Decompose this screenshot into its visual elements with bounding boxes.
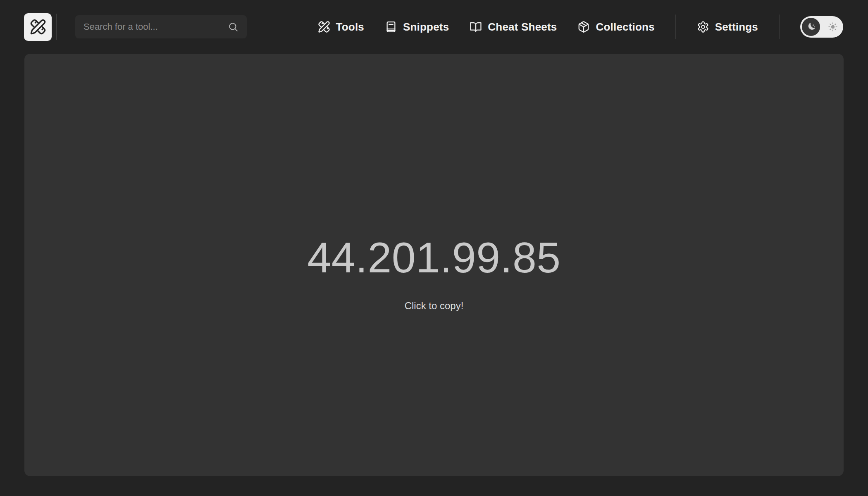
click-to-copy-hint: Click to copy!	[405, 300, 464, 312]
theme-toggle[interactable]	[800, 16, 843, 38]
moon-stars-icon	[805, 21, 817, 33]
search-input[interactable]	[75, 15, 247, 38]
nav-item-collections[interactable]: Collections	[577, 21, 654, 33]
nav-label: Collections	[596, 21, 654, 33]
open-book-icon	[470, 21, 482, 33]
tool-search	[75, 15, 247, 38]
nav-item-settings[interactable]: Settings	[697, 21, 758, 33]
theme-toggle-knob	[802, 18, 820, 36]
nav-item-tools[interactable]: Tools	[318, 21, 364, 33]
gear-icon	[697, 21, 709, 33]
pencil-ruler-icon	[318, 21, 330, 33]
main-nav: Tools Snippets Cheat Sheets	[318, 14, 843, 39]
tool-content-panel: 44.201.99.85 Click to copy!	[24, 54, 844, 476]
nav-item-snippets[interactable]: Snippets	[385, 21, 449, 33]
sun-icon	[828, 22, 838, 32]
header-divider	[56, 14, 57, 40]
nav-divider	[675, 14, 676, 39]
pencil-ruler-logo-icon	[30, 19, 46, 35]
book-icon	[385, 21, 397, 33]
ip-address-value[interactable]: 44.201.99.85	[307, 233, 560, 283]
package-icon	[577, 21, 590, 33]
app-logo-button[interactable]	[24, 13, 52, 41]
nav-item-cheat-sheets[interactable]: Cheat Sheets	[470, 21, 557, 33]
nav-label: Tools	[336, 21, 364, 33]
nav-label: Settings	[715, 21, 758, 33]
nav-label: Cheat Sheets	[488, 21, 557, 33]
nav-divider	[779, 14, 780, 39]
nav-label: Snippets	[403, 21, 449, 33]
header: Tools Snippets Cheat Sheets	[0, 0, 868, 54]
